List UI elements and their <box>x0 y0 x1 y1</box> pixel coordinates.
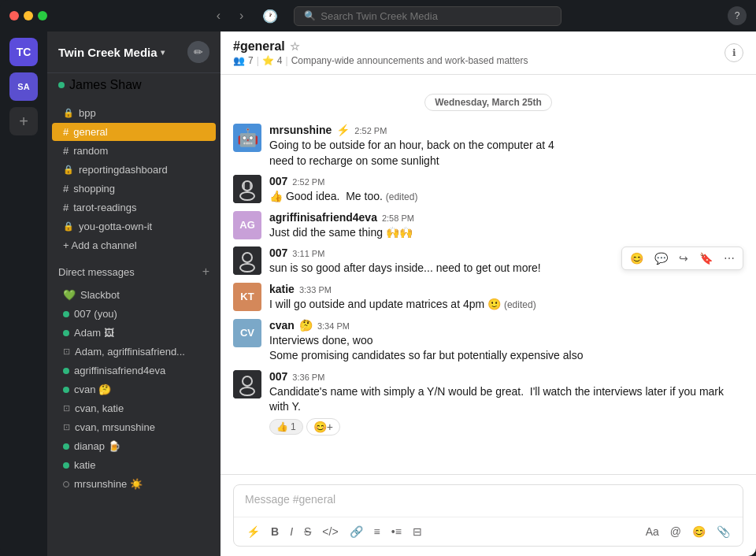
status-dot <box>58 82 65 88</box>
ordered-list-button[interactable]: ≡ <box>369 522 385 541</box>
strikethrough-button[interactable]: S <box>299 522 316 541</box>
avatar-svg-007 <box>233 175 261 203</box>
channel-description: Company-wide announcements and work-base… <box>291 55 528 66</box>
workspace-name[interactable]: Twin Creek Media ▾ <box>58 46 165 59</box>
message-group: CV cvan 🤔 3:34 PM Interviews done, woo S… <box>220 316 756 367</box>
msg-text: Candidate's name with simply a Y/N would… <box>269 384 743 415</box>
reaction-bar: 👍 1 😊+ <box>269 418 743 436</box>
help-button[interactable]: ? <box>728 6 747 25</box>
info-button[interactable]: ℹ <box>724 43 743 62</box>
blockquote-button[interactable]: ⊟ <box>408 522 427 541</box>
dm-item-katie[interactable]: katie <box>52 456 216 474</box>
reply-button[interactable]: 💬 <box>650 249 673 268</box>
dm-label: cvan, katie <box>75 402 124 414</box>
attach-file-button[interactable]: 📎 <box>712 522 735 541</box>
dm-item-mrsunshine[interactable]: mrsunshine ☀️ <box>52 475 216 493</box>
minimize-button[interactable] <box>24 11 33 20</box>
maximize-button[interactable] <box>38 11 47 20</box>
dm-label: Adam 🖼 <box>74 327 114 339</box>
channel-item-bpp[interactable]: 🔒 bpp <box>52 104 216 122</box>
channel-item-random[interactable]: # random <box>52 142 216 160</box>
emoji-button[interactable]: 😊 <box>687 522 710 541</box>
main-chat: #general ☆ 👥 7 | ⭐ 4 | Company-wide anno… <box>220 32 756 556</box>
mention-button[interactable]: @ <box>665 522 686 541</box>
channel-item-general[interactable]: # general <box>52 123 216 141</box>
dm-item-cvan-mrsunshine[interactable]: ⊡ cvan, mrsunshine <box>52 418 216 436</box>
slash-command-button[interactable]: ⚡ <box>242 522 265 541</box>
dm-status-dot <box>63 443 69 450</box>
toolbar-right: Aa @ 😊 📎 <box>641 522 735 541</box>
dm-item-007[interactable]: 007 (you) <box>52 305 216 323</box>
traffic-lights <box>9 11 47 20</box>
dm-item-agriffin[interactable]: agriffinisafriend4eva <box>52 361 216 380</box>
message-input[interactable] <box>234 485 743 517</box>
forward-button[interactable]: › <box>236 6 246 26</box>
channel-item-yougotta[interactable]: 🔒 you-gotta-own-it <box>52 217 216 235</box>
message-group: 🤖 mrsunshine ⚡ 2:52 PM Going to be outsi… <box>220 120 756 172</box>
message-group: 007 3:11 PM sun is so good after days in… <box>220 243 756 280</box>
dm-status-dot <box>63 311 69 317</box>
close-button[interactable] <box>9 11 19 20</box>
reaction-thumbsup[interactable]: 👍 1 <box>269 419 303 435</box>
star-icon[interactable]: ☆ <box>290 40 300 53</box>
msg-edited: (edited) <box>504 299 536 310</box>
msg-time: 2:58 PM <box>382 213 414 223</box>
channel-meta: 👥 7 | ⭐ 4 | Company-wide announcements a… <box>233 55 528 66</box>
bullet-list-button[interactable]: •≡ <box>387 522 406 541</box>
dm-item-slackbot[interactable]: 💚 Slackbot <box>52 286 216 304</box>
add-reaction-button[interactable]: 😊+ <box>306 418 340 436</box>
edit-button[interactable]: ✏ <box>187 41 209 63</box>
svg-rect-5 <box>233 246 261 275</box>
dm-item-cvan-katie[interactable]: ⊡ cvan, katie <box>52 399 216 417</box>
reaction-count: 1 <box>291 421 296 432</box>
avatar-007c <box>233 370 261 398</box>
more-button[interactable]: ⋯ <box>719 249 739 268</box>
lock-icon: 🔒 <box>63 221 74 232</box>
channel-item-shopping[interactable]: # shopping <box>52 180 216 198</box>
search-input[interactable] <box>321 10 551 22</box>
history-button[interactable]: 🕐 <box>259 6 281 27</box>
dm-item-dianap[interactable]: dianap 🍺 <box>52 437 216 455</box>
italic-button[interactable]: I <box>285 522 298 541</box>
dm-item-adam-agriffin[interactable]: ⊡ Adam, agriffinisafriend... <box>52 343 216 361</box>
react-button[interactable]: 😊 <box>625 249 648 268</box>
avatar-agriffin: AG <box>233 211 261 239</box>
dm-status-dot <box>63 481 69 487</box>
members-count: 7 <box>248 55 254 66</box>
back-button[interactable]: ‹ <box>213 6 224 26</box>
messages-area[interactable]: Wednesday, March 25th 🤖 mrsunshine ⚡ 2:5… <box>220 75 756 474</box>
workspace-icon-tc[interactable]: TC <box>9 38 38 66</box>
msg-time: 2:52 PM <box>292 177 324 187</box>
format-text-button[interactable]: Aa <box>641 522 664 541</box>
multi-icon: ⊡ <box>63 422 70 432</box>
channels-section: 🔒 bpp # general # random 🔒 reportingdash… <box>47 100 220 258</box>
msg-author: 007 <box>269 246 287 259</box>
channel-item-tarot[interactable]: # tarot-readings <box>52 198 216 217</box>
bookmark-button[interactable]: 🔖 <box>695 249 717 268</box>
bold-button[interactable]: B <box>266 522 284 541</box>
channel-item-reportingdashboard[interactable]: 🔒 reportingdashboard <box>52 161 216 179</box>
forward-button[interactable]: ↪ <box>674 249 693 268</box>
workspace-icon-sa[interactable]: SA <box>9 72 38 101</box>
dm-status-dot <box>63 368 69 374</box>
avatar-svg-007c <box>233 370 261 398</box>
dm-item-adam[interactable]: Adam 🖼 <box>52 324 216 342</box>
meta-sep: | <box>257 55 259 66</box>
dm-header[interactable]: Direct messages + <box>47 258 220 282</box>
hash-icon: # <box>63 126 69 138</box>
link-button[interactable]: 🔗 <box>345 522 368 541</box>
add-workspace-button[interactable]: + <box>9 107 38 135</box>
msg-header: agriffinisafriend4eva 2:58 PM <box>269 211 743 224</box>
msg-text-2: need to recharge on some sunlight <box>269 154 743 169</box>
add-channel-button[interactable]: + Add a channel <box>52 236 216 254</box>
dm-item-cvan[interactable]: cvan 🤔 <box>52 380 216 398</box>
titlebar-center: ‹ › 🕐 🔍 <box>54 6 721 27</box>
msg-header: 007 3:36 PM <box>269 370 743 383</box>
dm-add-button[interactable]: + <box>202 265 209 279</box>
channel-label: general <box>73 126 107 138</box>
search-bar[interactable]: 🔍 <box>294 6 561 26</box>
dm-status-slackbot: 💚 <box>63 289 76 301</box>
user-name: James Shaw <box>69 78 142 92</box>
code-button[interactable]: </> <box>317 522 343 541</box>
avatar-007b <box>233 246 261 275</box>
